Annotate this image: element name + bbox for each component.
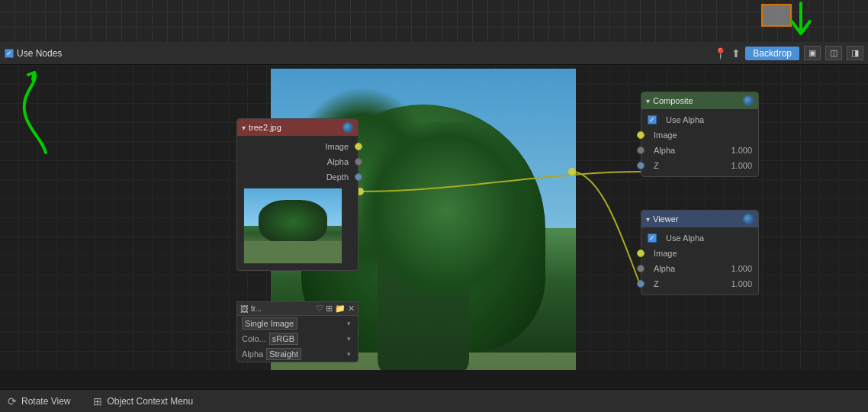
- panel-filename: tr...: [251, 304, 313, 313]
- composite-z-label: Z: [654, 161, 659, 170]
- socket-row-depth: Depth: [237, 169, 358, 185]
- panel-color-label: Colo...: [242, 334, 266, 343]
- statusbar: ⟳ Rotate View ⊞ Object Context Menu: [0, 389, 868, 412]
- composite-use-alpha-row: ✓ Use Alpha: [641, 112, 758, 127]
- composite-check-icon: ✓: [649, 116, 655, 124]
- toolbar-icon-1[interactable]: ▣: [804, 46, 821, 60]
- statusbar-rotate-label: Rotate View: [21, 396, 70, 407]
- node-viewer-collapse[interactable]: ▾: [646, 215, 650, 224]
- use-nodes-label: Use Nodes: [17, 48, 62, 59]
- composite-socket-alpha-in[interactable]: [637, 146, 645, 154]
- node-viewer-body: ✓ Use Alpha Image Alpha 1.000 Z 1.000: [641, 227, 758, 295]
- panel-mode-select-wrapper[interactable]: Single Image: [242, 317, 353, 330]
- viewport-grid: [0, 0, 868, 42]
- composite-socket-z-in[interactable]: [637, 162, 645, 169]
- composite-socket-image-in[interactable]: [637, 131, 645, 139]
- composite-alpha-value: 1.000: [731, 146, 752, 155]
- socket-row-image: Image: [237, 139, 358, 154]
- panel-mode-select[interactable]: Single Image: [242, 317, 297, 330]
- panel-alpha-row: Alpha Straight: [237, 346, 358, 362]
- viewer-socket-image: Image: [641, 246, 758, 261]
- node-tree-globe-icon: [342, 122, 353, 133]
- statusbar-context: ⊞ Object Context Menu: [93, 395, 193, 407]
- node-viewer: ▾ Viewer ✓ Use Alpha Image Alpha 1.000: [641, 210, 759, 295]
- composite-socket-z: Z 1.000: [641, 158, 758, 173]
- composite-z-value: 1.000: [731, 161, 752, 170]
- socket-depth-out[interactable]: [355, 173, 362, 181]
- toolbar-icon-3[interactable]: ◨: [847, 46, 863, 60]
- node-viewer-header[interactable]: ▾ Viewer: [641, 211, 758, 227]
- node-viewer-globe: [743, 214, 754, 224]
- 3d-cube: [761, 4, 792, 27]
- top-toolbar: ✓ Use Nodes 📍 ⬆ Backdrop ▣ ◫ ◨: [0, 42, 868, 65]
- panel-copy-icon[interactable]: ⊞: [326, 304, 333, 314]
- viewer-socket-alpha: Alpha 1.000: [641, 261, 758, 276]
- upload-icon[interactable]: ⬆: [731, 47, 741, 60]
- node-tree-header[interactable]: ▾ tree2.jpg: [237, 119, 358, 136]
- viewer-socket-alpha-in[interactable]: [637, 265, 645, 272]
- checkbox-check-icon: ✓: [6, 50, 12, 57]
- composite-use-alpha-checkbox[interactable]: ✓: [648, 115, 657, 124]
- viewer-use-alpha-row: ✓ Use Alpha: [641, 230, 758, 246]
- foliage-detail-2: [362, 122, 530, 300]
- panel-alpha-select[interactable]: Straight: [266, 348, 301, 360]
- panel-mode-row: Single Image: [237, 316, 358, 331]
- socket-alpha-label: Alpha: [327, 157, 349, 166]
- thumb-foliage: [259, 200, 327, 245]
- socket-image-out[interactable]: [355, 143, 362, 150]
- statusbar-context-label: Object Context Menu: [107, 396, 193, 407]
- viewer-alpha-label: Alpha: [654, 264, 675, 273]
- viewer-socket-image-in[interactable]: [637, 249, 645, 257]
- statusbar-context-icon: ⊞: [93, 395, 102, 407]
- socket-row-alpha: Alpha: [237, 154, 358, 169]
- viewer-z-label: Z: [654, 279, 659, 288]
- node-collapse-icon[interactable]: ▾: [242, 124, 246, 132]
- node-composite-globe: [743, 95, 754, 106]
- node-composite-body: ✓ Use Alpha Image Alpha 1.000 Z 1.000: [641, 109, 758, 176]
- pin-icon[interactable]: 📍: [714, 47, 727, 60]
- panel-close-icon[interactable]: ✕: [348, 304, 355, 314]
- socket-depth-label: Depth: [326, 172, 349, 182]
- use-nodes-checkbox[interactable]: ✓: [5, 49, 14, 58]
- panel-heart-icon[interactable]: ♡: [316, 304, 323, 314]
- panel-color-row: Colo... sRGB: [237, 331, 358, 346]
- panel-image-icon: 🖼: [240, 304, 249, 314]
- node-composite-title: Composite: [653, 96, 740, 105]
- viewer-alpha-value: 1.000: [731, 264, 752, 273]
- socket-image-label: Image: [325, 142, 349, 151]
- toolbar-icon-2[interactable]: ◫: [825, 46, 842, 60]
- node-viewer-title: Viewer: [653, 214, 740, 224]
- panel-alpha-select-wrapper[interactable]: Straight: [266, 348, 353, 360]
- viewer-use-alpha-label: Use Alpha: [666, 233, 704, 243]
- panel-folder-icon[interactable]: 📁: [335, 304, 346, 314]
- node-thumbnail: [243, 188, 342, 264]
- viewer-use-alpha-checkbox[interactable]: ✓: [648, 233, 657, 243]
- node-tree-body: Image Alpha Depth: [237, 136, 358, 270]
- image-panel: 🖼 tr... ♡ ⊞ 📁 ✕ Single Image Colo... sRG…: [236, 301, 358, 362]
- composite-use-alpha-label: Use Alpha: [666, 115, 704, 124]
- viewer-check-icon: ✓: [649, 234, 655, 242]
- node-tree-title: tree2.jpg: [249, 123, 339, 132]
- node-editor: ✓ Use Nodes 📍 ⬆ Backdrop ▣ ◫ ◨: [0, 42, 868, 370]
- composite-alpha-label: Alpha: [654, 146, 675, 155]
- node-tree2jpg: ▾ tree2.jpg Image Alpha Depth: [236, 118, 358, 271]
- statusbar-rotate-icon: ⟳: [8, 395, 17, 407]
- panel-color-select-wrapper[interactable]: sRGB: [269, 333, 353, 345]
- panel-top-row: 🖼 tr... ♡ ⊞ 📁 ✕: [237, 302, 358, 316]
- panel-color-select[interactable]: sRGB: [269, 333, 298, 345]
- statusbar-rotate: ⟳ Rotate View: [8, 395, 70, 407]
- viewport-top: [0, 0, 868, 42]
- backdrop-button[interactable]: Backdrop: [745, 47, 799, 60]
- node-composite-collapse[interactable]: ▾: [646, 97, 650, 105]
- viewer-image-label: Image: [654, 249, 677, 258]
- use-nodes-item: ✓ Use Nodes: [5, 48, 62, 59]
- node-composite-header[interactable]: ▾ Composite: [641, 92, 758, 109]
- socket-alpha-out[interactable]: [355, 158, 362, 166]
- viewer-z-value: 1.000: [731, 279, 752, 288]
- composite-image-label: Image: [654, 130, 677, 140]
- viewer-socket-z-in[interactable]: [637, 280, 645, 288]
- composite-socket-image: Image: [641, 127, 758, 143]
- thumb-ground: [244, 241, 342, 263]
- node-composite: ▾ Composite ✓ Use Alpha Image Alpha 1.00…: [641, 92, 759, 177]
- viewer-socket-z: Z 1.000: [641, 276, 758, 291]
